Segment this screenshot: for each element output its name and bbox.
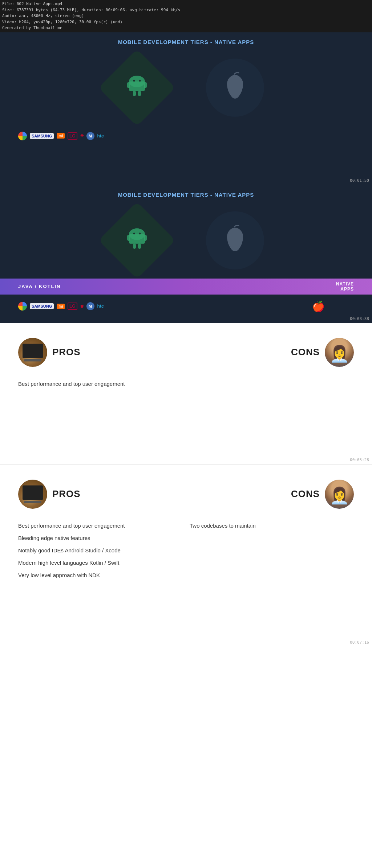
- apple-platform-1: [201, 53, 270, 122]
- pros-avatar-1: [18, 338, 47, 367]
- samsung-logo-1: SAMSUNG: [30, 133, 54, 139]
- timestamp-3: 00:05:28: [350, 457, 369, 462]
- svg-rect-5: [138, 91, 141, 96]
- motorola-logo-2: M: [86, 302, 94, 310]
- pros-item-2-4: Very low level approach with NDK: [18, 569, 182, 581]
- pros-label-2: PROS: [52, 488, 81, 500]
- google-logo-2: [18, 302, 27, 311]
- meta-bar: File: 002 Native Apps.mp4 Size: 6787391 …: [0, 0, 372, 32]
- htc-logo-1: htc: [97, 133, 104, 139]
- pros-item-2-0: Best performance and top user engagement: [18, 520, 182, 532]
- video-title-static-1: MOBILE DEVELOPMENT TIERS -: [118, 39, 214, 45]
- pros-list-2: Best performance and top user engagement…: [18, 520, 182, 581]
- pros-cons-header-2: PROS CONS: [18, 480, 354, 509]
- platforms-row-1: [0, 49, 372, 126]
- video-title-accent-1: NATIVE APPS: [214, 39, 254, 45]
- svg-rect-9: [129, 234, 145, 244]
- apple-platform-2: [201, 206, 270, 275]
- pros-item-1-0: Best performance and top user engagement: [18, 378, 182, 390]
- video-title-static-2: MOBILE DEVELOPMENT TIERS -: [118, 192, 214, 198]
- pros-item-2-3: Modern high level languages Kotlin / Swi…: [18, 557, 182, 569]
- cons-avatar-1: [325, 338, 354, 367]
- cons-header-1: CONS: [291, 338, 354, 367]
- cons-label-2: CONS: [291, 488, 320, 500]
- apple-circle-2: [206, 211, 264, 269]
- content-left-2: Best performance and top user engagement…: [18, 520, 182, 581]
- brand-left-2: SAMSUNG mi LG ❀ M htc: [18, 302, 104, 311]
- pros-item-2-1: Bleeding edge native features: [18, 532, 182, 544]
- meta-file: File: 002 Native Apps.mp4: [2, 1, 370, 7]
- content-right-2: Two codebases to maintain: [190, 520, 354, 581]
- motorola-logo-1: M: [86, 132, 94, 140]
- lang-bar-left: JAVA / KOTLIN: [18, 284, 61, 289]
- svg-rect-2: [127, 82, 130, 88]
- svg-rect-1: [129, 81, 145, 91]
- svg-rect-3: [144, 82, 147, 88]
- mi-logo-1: mi: [57, 133, 65, 139]
- cons-label-1: CONS: [291, 347, 320, 358]
- meta-video: Video: h264, yuv420p, 1280x720, 30.00 fp…: [2, 19, 370, 25]
- lg-logo-2: LG: [68, 303, 77, 310]
- android-icon-2: [124, 227, 150, 254]
- cons-item-2-0: Two codebases to maintain: [190, 520, 354, 532]
- content-right-1: [190, 378, 354, 390]
- pros-cons-section-2: PROS CONS Best performance and top user …: [0, 465, 372, 647]
- samsung-logo-2: SAMSUNG: [30, 303, 54, 309]
- platforms-row-2: [0, 202, 372, 279]
- lang-bar: JAVA / KOTLIN NATIVEAPPS: [0, 279, 372, 295]
- svg-rect-13: [138, 244, 141, 249]
- brand-logos-row-2: SAMSUNG mi LG ❀ M htc 🍎: [0, 297, 372, 315]
- android-platform-1: [102, 53, 171, 122]
- lang-bar-right: NATIVEAPPS: [336, 281, 354, 292]
- pros-list-1: Best performance and top user engagement: [18, 378, 182, 390]
- pros-header-1: PROS: [18, 338, 81, 367]
- meta-audio: Audio: aac, 48000 Hz, stereo (eng): [2, 13, 370, 19]
- pros-header-2: PROS: [18, 480, 81, 509]
- video-title-1: MOBILE DEVELOPMENT TIERS - NATIVE APPS: [0, 32, 372, 49]
- svg-rect-11: [144, 235, 147, 241]
- timestamp-1: 00:01:50: [350, 178, 369, 183]
- android-icon-1: [124, 74, 150, 101]
- meta-size: Size: 6787391 bytes (64.73 MiB), duratio…: [2, 7, 370, 13]
- video-title-2: MOBILE DEVELOPMENT TIERS - NATIVE APPS: [0, 185, 372, 202]
- svg-rect-12: [133, 244, 136, 249]
- video-section-2: MOBILE DEVELOPMENT TIERS - NATIVE APPS: [0, 185, 372, 323]
- brand-right-2: 🍎: [312, 300, 354, 312]
- pros-item-2-2: Notably good IDEs Android Studio / Xcode: [18, 544, 182, 557]
- timestamp-2: 00:03:38: [350, 316, 369, 321]
- svg-rect-4: [133, 91, 136, 96]
- google-logo-1: [18, 132, 27, 140]
- cons-list-2: Two codebases to maintain: [190, 520, 354, 532]
- meta-generated: Generated by Thumbnail me: [2, 25, 370, 31]
- android-diamond-1: [98, 49, 175, 126]
- huawei-logo-2: ❀: [80, 304, 84, 309]
- content-columns-2: Best performance and top user engagement…: [18, 520, 354, 581]
- lg-logo-1: LG: [68, 132, 77, 140]
- brand-logos-row-1: SAMSUNG mi LG ❀ M htc: [0, 129, 372, 143]
- pros-cons-header-1: PROS CONS: [18, 338, 354, 367]
- pros-avatar-2: [18, 480, 47, 509]
- svg-rect-10: [127, 235, 130, 241]
- cons-header-2: CONS: [291, 480, 354, 509]
- brand-left-1: SAMSUNG mi LG ❀ M htc: [18, 132, 104, 140]
- cons-avatar-2: [325, 480, 354, 509]
- pros-label-1: PROS: [52, 347, 81, 358]
- android-platform-2: [102, 206, 171, 275]
- timestamp-4: 00:07:16: [350, 640, 369, 645]
- pros-cons-section-1: PROS CONS Best performance and top user …: [0, 323, 372, 465]
- content-columns-1: Best performance and top user engagement: [18, 378, 354, 390]
- video-title-accent-2: NATIVE APPS: [214, 192, 254, 198]
- apple-logo-2: 🍎: [312, 300, 325, 312]
- mi-logo-2: mi: [57, 304, 65, 309]
- android-diamond-2: [98, 201, 175, 279]
- htc-logo-2: htc: [97, 304, 104, 309]
- huawei-logo-1: ❀: [80, 133, 84, 138]
- apple-circle-1: [206, 59, 264, 117]
- video-section-1: MOBILE DEVELOPMENT TIERS - NATIVE APPS: [0, 32, 372, 185]
- content-left-1: Best performance and top user engagement: [18, 378, 182, 390]
